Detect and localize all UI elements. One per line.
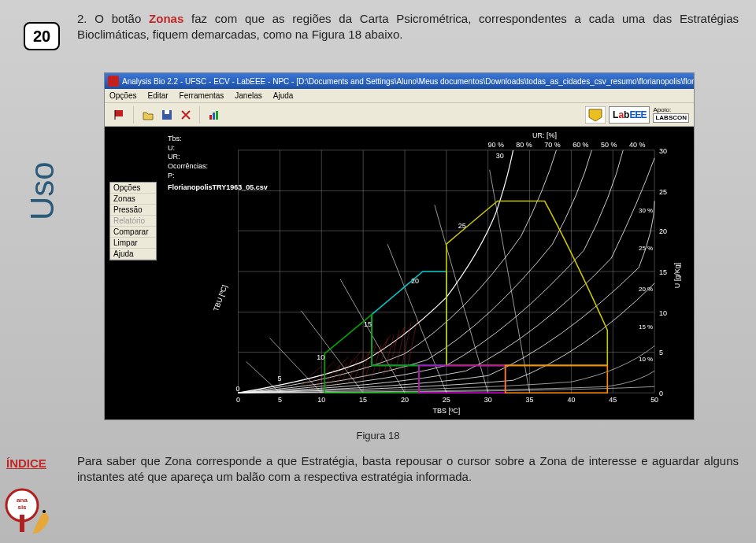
svg-rect-9 <box>209 115 212 120</box>
inr-30: 30 % <box>639 207 653 214</box>
menu-opcoes[interactable]: Opções <box>109 91 136 100</box>
xtick-0: 0 <box>236 396 240 404</box>
app-window: Analysis Bio 2.2 - UFSC - ECV - LabEEE -… <box>104 72 695 420</box>
menu-ferramentas[interactable]: Ferramentas <box>180 91 224 100</box>
toolbar-separator <box>133 106 135 124</box>
tbu-20: 20 <box>411 277 419 285</box>
inr-10: 10 % <box>639 356 653 363</box>
ufsc-shield-icon <box>585 106 606 124</box>
btn-limpar[interactable]: Limpar <box>110 238 156 249</box>
tbu-15: 15 <box>364 320 372 328</box>
tbu-25: 25 <box>458 222 466 230</box>
rtick-10: 10 <box>659 309 667 317</box>
rtick-15: 15 <box>659 268 667 276</box>
rtick-30: 30 <box>659 147 667 155</box>
apoio-block: Apoio: LABSCON <box>653 107 689 123</box>
tool-save-icon[interactable] <box>158 106 176 124</box>
labeee-logo: LabEEE <box>609 106 650 124</box>
xtick-15: 15 <box>359 396 367 404</box>
tbu-5: 5 <box>277 375 281 382</box>
xtick-35: 35 <box>526 396 534 404</box>
svg-rect-5 <box>115 110 123 116</box>
index-link[interactable]: ÍNDICE <box>6 456 46 470</box>
svg-rect-8 <box>165 110 169 114</box>
svg-rect-1 <box>20 515 24 532</box>
btn-opcoes[interactable]: Opções <box>110 183 156 194</box>
svg-text:sis: sis <box>17 504 27 511</box>
x-axis-label: TBS [ºC] <box>433 407 461 415</box>
xtick-20: 20 <box>401 396 409 404</box>
labscon-label: LABSCON <box>653 113 689 123</box>
xtick-25: 25 <box>443 396 450 404</box>
xtick-5: 5 <box>278 396 282 404</box>
btn-relatorio[interactable]: Relatório <box>110 216 156 227</box>
rtick-25: 25 <box>659 188 667 196</box>
rtick-0: 0 <box>659 390 663 397</box>
tool-open-icon[interactable] <box>139 106 157 124</box>
tool-flag-icon[interactable] <box>111 106 128 124</box>
svg-line-37 <box>435 205 488 393</box>
tool-chart-icon[interactable] <box>206 106 223 124</box>
rtick-20: 20 <box>659 227 667 235</box>
ur-50: 50 % <box>601 141 617 149</box>
ur-40: 40 % <box>629 141 645 149</box>
menu-editar[interactable]: Editar <box>147 91 168 100</box>
svg-rect-10 <box>213 113 215 120</box>
apoio-label: Apoio: <box>653 107 689 113</box>
tbu-10: 10 <box>317 353 324 361</box>
para1-zonas-word: Zonas <box>149 12 183 25</box>
menu-janelas[interactable]: Janelas <box>235 91 261 100</box>
toolbar-separator <box>199 106 201 124</box>
ur-90: 90 % <box>487 141 503 149</box>
inr-15: 15 % <box>639 323 653 331</box>
xtick-40: 40 <box>567 396 575 404</box>
window-titlebar: Analysis Bio 2.2 - UFSC - ECV - LabEEE -… <box>105 73 694 89</box>
xtick-45: 45 <box>609 396 617 404</box>
tbu-0: 0 <box>236 385 240 393</box>
svg-point-4 <box>43 510 46 513</box>
y-left-label: TBU [ºC] <box>212 284 228 312</box>
btn-pressao[interactable]: Pressão <box>110 205 156 216</box>
rtick-5: 5 <box>659 349 663 356</box>
ur-70: 70 % <box>544 141 560 149</box>
inr-20: 20 % <box>639 286 653 293</box>
tbu-30: 30 <box>496 152 504 160</box>
svg-text:ana: ana <box>17 497 28 504</box>
ur-60: 60 % <box>573 141 588 149</box>
menubar: Opções Editar Ferramentas Janelas Ajuda <box>105 89 694 103</box>
paragraph-2: Para saber que Zona corresponde a que Es… <box>77 453 739 486</box>
btn-zonas[interactable]: Zonas <box>110 194 156 205</box>
para1-prefix: 2. O botão <box>77 12 149 25</box>
analysis-bio-logo: ana sis <box>5 488 55 538</box>
figure-caption: Figura 18 <box>0 430 756 441</box>
svg-rect-11 <box>216 111 218 120</box>
menu-ajuda[interactable]: Ajuda <box>273 91 294 100</box>
psychrometric-chart[interactable]: 0 5 10 15 20 25 30 35 40 45 50 TBS [ºC] … <box>105 127 694 419</box>
svg-line-34 <box>301 311 363 393</box>
page-number: 20 <box>33 28 50 46</box>
chart-area: Tbs: U: UR: Ocorrências: P: Florianopoli… <box>105 127 694 419</box>
xtick-50: 50 <box>650 396 658 404</box>
xtick-10: 10 <box>317 396 325 404</box>
app-icon <box>108 76 119 87</box>
xtick-30: 30 <box>484 396 492 404</box>
svg-line-36 <box>387 244 447 393</box>
toolbar: LabEEE Apoio: LABSCON <box>105 103 694 127</box>
ur-header: UR: [%] <box>532 131 557 139</box>
side-buttons-panel: Opções Zonas Pressão Relatório Comparar … <box>109 182 157 260</box>
page-number-box: 20 <box>24 22 60 50</box>
y-right-label: U [g/Kg] <box>673 263 681 288</box>
window-title: Analysis Bio 2.2 - UFSC - ECV - LabEEE -… <box>122 77 694 86</box>
side-section-label: Uso <box>24 161 61 220</box>
paragraph-1: 2. O botão Zonas faz com que as regiões … <box>77 11 739 43</box>
btn-ajuda[interactable]: Ajuda <box>110 249 156 260</box>
btn-comparar[interactable]: Comparar <box>110 227 156 238</box>
ur-80: 80 % <box>516 141 532 149</box>
inr-25: 25 % <box>639 245 653 252</box>
tool-delete-icon[interactable] <box>177 106 195 124</box>
